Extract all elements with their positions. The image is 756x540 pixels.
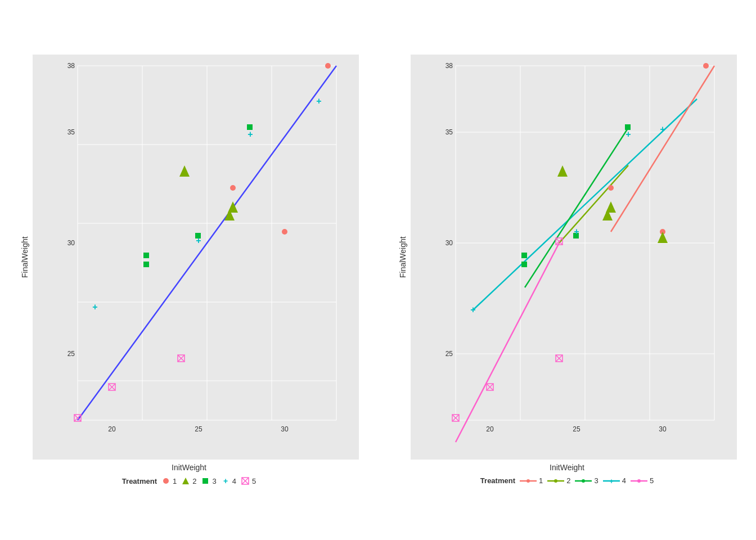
legend-label-4: 4 [232, 477, 236, 485]
chart1-legend: Treatment 1 2 3 + 4 [122, 476, 256, 485]
chart2-y-label: FinalWeight [397, 55, 408, 460]
legend-item-5: 5 [241, 476, 256, 485]
svg-point-43 [163, 478, 169, 484]
chart2-x-label: InitWeight [550, 463, 584, 472]
charts-container: FinalWeight [0, 55, 756, 485]
legend-item-3: 3 [201, 476, 216, 485]
svg-text:30: 30 [659, 425, 667, 433]
legend-label-2: 2 [192, 477, 196, 485]
svg-marker-44 [182, 478, 189, 484]
svg-point-103 [554, 479, 557, 483]
svg-text:25: 25 [195, 425, 202, 433]
chart1-wrapper: FinalWeight [0, 55, 378, 485]
svg-point-109 [637, 479, 641, 483]
chart2-legend-label-5: 5 [650, 476, 654, 485]
legend-item-4: + 4 [221, 476, 236, 485]
svg-text:+: + [660, 124, 665, 134]
chart2-wrapper: FinalWeight 38 35 30 [378, 55, 756, 485]
svg-text:+: + [248, 129, 253, 139]
svg-text:+: + [609, 478, 613, 485]
svg-rect-0 [33, 55, 359, 460]
chart2-svg: 38 35 30 25 20 25 30 [411, 55, 737, 460]
chart2-legend-label-1: 1 [539, 476, 543, 485]
legend-item-1: 1 [161, 476, 177, 485]
legend-item-2: 2 [181, 476, 196, 485]
svg-text:30: 30 [446, 239, 453, 247]
svg-text:+: + [316, 96, 321, 106]
chart1-x-label: InitWeight [172, 463, 206, 472]
svg-point-101 [526, 479, 530, 483]
svg-rect-45 [202, 478, 208, 484]
svg-text:25: 25 [68, 350, 75, 358]
svg-text:38: 38 [446, 62, 453, 70]
legend-label-1: 1 [173, 477, 177, 485]
svg-point-105 [582, 479, 585, 483]
svg-point-73 [608, 185, 614, 191]
svg-text:20: 20 [108, 425, 116, 433]
svg-point-75 [703, 63, 709, 69]
svg-point-20 [230, 185, 236, 191]
chart2-legend-item-5: 5 [631, 476, 654, 485]
chart2-legend-label-4: 4 [622, 476, 626, 485]
chart2-legend-item-2: 2 [547, 476, 570, 485]
svg-text:35: 35 [446, 128, 453, 136]
svg-text:25: 25 [573, 425, 580, 433]
svg-rect-50 [411, 55, 737, 460]
svg-text:+: + [92, 302, 97, 312]
chart2-legend-item-4: + 4 [603, 476, 626, 485]
legend-label-3: 3 [212, 477, 216, 485]
svg-text:30: 30 [281, 425, 289, 433]
svg-text:+: + [223, 476, 228, 485]
chart1-y-label: FinalWeight [19, 55, 30, 460]
chart1-area: FinalWeight [19, 55, 359, 460]
svg-text:25: 25 [446, 350, 453, 358]
svg-text:30: 30 [68, 239, 75, 247]
svg-rect-26 [143, 262, 149, 267]
svg-rect-81 [521, 253, 527, 258]
svg-text:+: + [470, 305, 475, 314]
svg-text:+: + [626, 129, 631, 139]
svg-point-21 [282, 229, 287, 235]
svg-rect-27 [143, 253, 149, 258]
chart2-area: FinalWeight 38 35 30 [397, 55, 737, 460]
chart2-legend-item-1: 1 [520, 476, 543, 485]
svg-rect-80 [521, 262, 527, 267]
svg-text:38: 38 [68, 62, 75, 70]
chart1-svg: 38 35 30 25 20 25 30 [33, 55, 359, 460]
svg-text:+: + [196, 236, 201, 245]
svg-text:20: 20 [486, 425, 494, 433]
chart2-legend-item-3: 3 [575, 476, 598, 485]
chart2-legend-label-3: 3 [594, 476, 598, 485]
chart2-legend-title: Treatment [480, 476, 515, 485]
chart1-legend-title: Treatment [122, 477, 157, 485]
svg-point-22 [325, 63, 331, 69]
chart2-legend-label-2: 2 [566, 476, 570, 485]
chart2-legend: Treatment 1 2 3 [480, 476, 654, 485]
svg-text:35: 35 [68, 128, 75, 136]
legend-label-5: 5 [252, 477, 256, 485]
svg-text:+: + [574, 227, 579, 236]
